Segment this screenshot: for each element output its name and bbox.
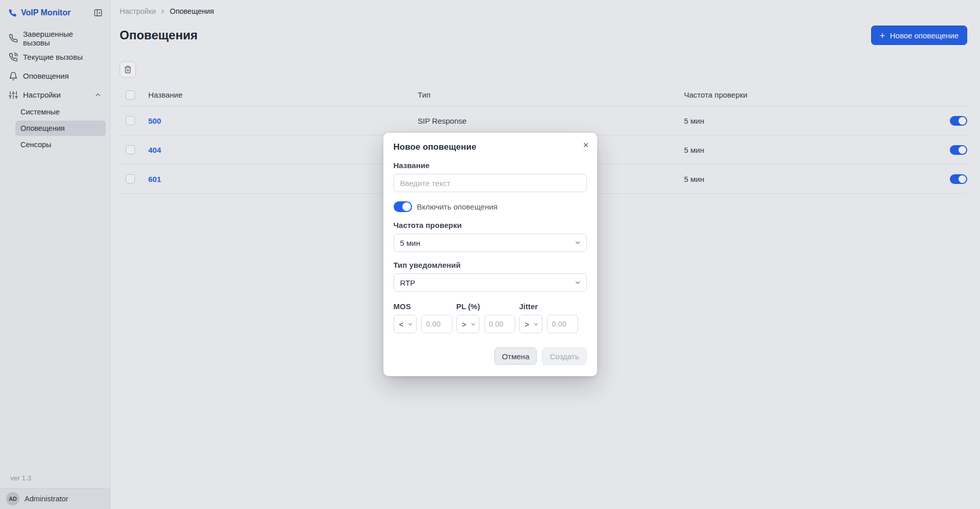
enable-alerts-toggle[interactable] <box>394 201 412 212</box>
pl-operator-value: > <box>462 320 467 329</box>
jitter-value-input[interactable] <box>547 315 578 333</box>
name-field-label: Название <box>394 161 587 170</box>
alert-name-input[interactable] <box>394 174 587 192</box>
cancel-button[interactable]: Отмена <box>494 348 537 365</box>
enable-alerts-label: Включить оповещения <box>417 202 498 211</box>
chevron-down-icon <box>574 239 581 246</box>
mos-operator-value: < <box>399 320 404 329</box>
chevron-down-icon <box>574 279 581 286</box>
pl-operator-select[interactable]: > <box>457 315 480 333</box>
create-button[interactable]: Создать <box>542 348 586 365</box>
chevron-down-icon <box>470 321 476 327</box>
pl-value-input[interactable] <box>484 315 515 333</box>
close-icon[interactable]: × <box>583 140 588 150</box>
jitter-operator-select[interactable]: > <box>519 315 542 333</box>
pl-label: PL (%) <box>457 302 515 311</box>
type-field-label: Тип уведомлений <box>394 261 587 269</box>
frequency-field-label: Частота проверки <box>394 221 587 229</box>
chevron-down-icon <box>407 321 413 327</box>
modal-overlay: Новое оповещение × Название Включить опо… <box>0 0 980 509</box>
enable-alerts-row: Включить оповещения <box>394 201 587 212</box>
mos-label: MOS <box>394 302 452 311</box>
chevron-down-icon <box>533 321 539 327</box>
notification-type-select-value: RTP <box>400 279 416 287</box>
jitter-operator-value: > <box>525 320 530 329</box>
jitter-metric-group: Jitter > <box>519 302 578 333</box>
mos-metric-group: MOS < <box>394 302 452 333</box>
notification-type-select[interactable]: RTP <box>394 273 587 292</box>
pl-metric-group: PL (%) > <box>457 302 515 333</box>
frequency-select-value: 5 мин <box>400 239 421 247</box>
mos-value-input[interactable] <box>421 315 452 333</box>
metrics-row: MOS < PL (%) > <box>394 302 587 333</box>
jitter-label: Jitter <box>519 302 578 311</box>
modal-footer: Отмена Создать <box>394 348 587 365</box>
mos-operator-select[interactable]: < <box>394 315 417 333</box>
frequency-select[interactable]: 5 мин <box>394 234 587 252</box>
modal-title: Новое оповещение <box>394 142 587 152</box>
new-alert-modal: Новое оповещение × Название Включить опо… <box>383 133 597 376</box>
